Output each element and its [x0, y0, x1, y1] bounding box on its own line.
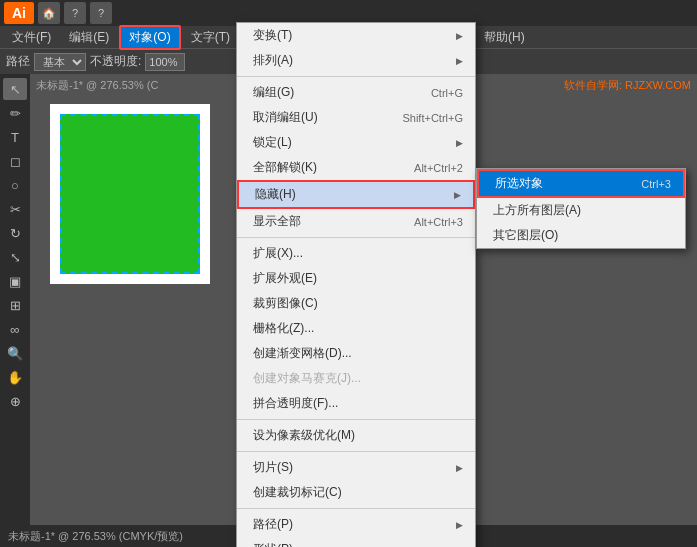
ai-logo: Ai [4, 2, 34, 24]
hide-submenu[interactable]: 所选对象 Ctrl+3 上方所有图层(A) 其它图层(O) [476, 168, 686, 249]
opacity-label: 不透明度: [90, 53, 141, 70]
select-tool[interactable]: ↖ [3, 78, 27, 100]
pen-tool[interactable]: ✏ [3, 102, 27, 124]
menu-object[interactable]: 对象(O) [119, 25, 180, 50]
menu-file[interactable]: 文件(F) [4, 27, 59, 48]
zoom-tool[interactable]: ⊕ [3, 390, 27, 412]
separator-5 [237, 508, 475, 509]
rect-tool[interactable]: ◻ [3, 150, 27, 172]
separator-2 [237, 237, 475, 238]
menu-path[interactable]: 路径(P) [237, 512, 475, 537]
mesh-tool[interactable]: ⊞ [3, 294, 27, 316]
path-label: 路径 [6, 53, 30, 70]
home-icon[interactable]: 🏠 [38, 2, 60, 24]
menu-arrange[interactable]: 排列(A) [237, 48, 475, 73]
menu-text[interactable]: 文字(T) [183, 27, 238, 48]
canvas-label: 未标题-1* @ 276.53% (C [36, 78, 158, 93]
rotate-tool[interactable]: ↻ [3, 222, 27, 244]
menu-expand[interactable]: 扩展(X)... [237, 241, 475, 266]
menu-lock[interactable]: 锁定(L) [237, 130, 475, 155]
menu-show-all[interactable]: 显示全部 Alt+Ctrl+3 [237, 209, 475, 234]
menu-unlock-all[interactable]: 全部解锁(K) Alt+Ctrl+2 [237, 155, 475, 180]
menu-edit[interactable]: 编辑(E) [61, 27, 117, 48]
menu-mosaic[interactable]: 创建对象马赛克(J)... [237, 366, 475, 391]
menu-crop-image[interactable]: 裁剪图像(C) [237, 291, 475, 316]
object-dropdown-menu[interactable]: 变换(T) 排列(A) 编组(G) Ctrl+G 取消编组(U) Shift+C… [236, 22, 476, 547]
canvas-content [50, 104, 210, 284]
preset-select[interactable]: 基本 [34, 53, 86, 71]
scale-tool[interactable]: ⤡ [3, 246, 27, 268]
menu-pixel-perfect[interactable]: 设为像素级优化(M) [237, 423, 475, 448]
hand-tool[interactable]: ✋ [3, 366, 27, 388]
status-text: 未标题-1* @ 276.53% (CMYK/预览) [8, 529, 183, 544]
gradient-tool[interactable]: ▣ [3, 270, 27, 292]
menu-transform[interactable]: 变换(T) [237, 23, 475, 48]
separator-3 [237, 419, 475, 420]
menu-help[interactable]: 帮助(H) [476, 27, 533, 48]
submenu-other-layers[interactable]: 其它图层(O) [477, 223, 685, 248]
text-tool[interactable]: T [3, 126, 27, 148]
submenu-selected-object[interactable]: 所选对象 Ctrl+3 [477, 169, 685, 198]
submenu-all-above[interactable]: 上方所有图层(A) [477, 198, 685, 223]
menu-ungroup[interactable]: 取消编组(U) Shift+Ctrl+G [237, 105, 475, 130]
eyedropper-tool[interactable]: 🔍 [3, 342, 27, 364]
left-toolbar: ↖ ✏ T ◻ ○ ✂ ↻ ⤡ ▣ ⊞ ∞ 🔍 ✋ ⊕ [0, 74, 30, 525]
menu-rasterize[interactable]: 栅格化(Z)... [237, 316, 475, 341]
menu-create-trim-marks[interactable]: 创建裁切标记(C) [237, 480, 475, 505]
canvas-object [60, 114, 200, 274]
help-icon[interactable]: ? [64, 2, 86, 24]
blend-tool[interactable]: ∞ [3, 318, 27, 340]
menu-gradient-mesh[interactable]: 创建渐变网格(D)... [237, 341, 475, 366]
separator-1 [237, 76, 475, 77]
menu-hide[interactable]: 隐藏(H) [237, 180, 475, 209]
separator-4 [237, 451, 475, 452]
watermark: 软件自学网: RJZXW.COM [564, 78, 691, 93]
menu-group[interactable]: 编组(G) Ctrl+G [237, 80, 475, 105]
question-icon[interactable]: ? [90, 2, 112, 24]
menu-flatten-transparency[interactable]: 拼合透明度(F)... [237, 391, 475, 416]
opacity-input[interactable] [145, 53, 185, 71]
scissors-tool[interactable]: ✂ [3, 198, 27, 220]
ellipse-tool[interactable]: ○ [3, 174, 27, 196]
menu-shape[interactable]: 形状(P) [237, 537, 475, 547]
menu-slice[interactable]: 切片(S) [237, 455, 475, 480]
menu-expand-appearance[interactable]: 扩展外观(E) [237, 266, 475, 291]
